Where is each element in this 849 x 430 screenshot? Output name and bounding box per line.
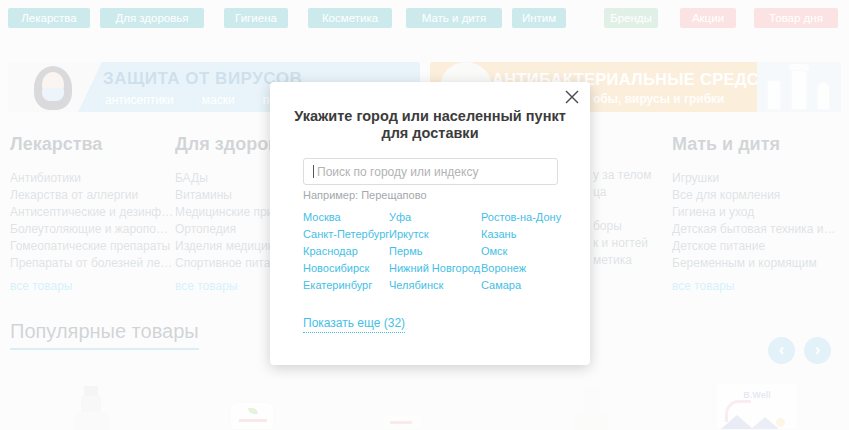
city-link[interactable]: Омск [481, 245, 581, 262]
close-button[interactable] [564, 89, 580, 105]
city-link[interactable]: Иркутск [389, 228, 481, 245]
city-column: Уфа Иркутск Пермь Нижний Новгород Челяби… [389, 211, 481, 296]
city-link[interactable]: Пермь [389, 245, 481, 262]
city-link[interactable]: Челябинск [389, 279, 481, 296]
city-link[interactable]: Уфа [389, 211, 481, 228]
city-column: Ростов-на-Дону Казань Омск Воронеж Самар… [481, 211, 581, 296]
city-link[interactable]: Ростов-на-Дону [481, 211, 581, 228]
city-link[interactable]: Москва [303, 211, 389, 228]
modal-title-line1: Укажите город или населенный пункт [270, 108, 590, 125]
city-search-wrap [303, 158, 558, 185]
pharmacy-homepage: Лекарства Для здоровья Гигиена Косметика… [0, 0, 849, 430]
city-link[interactable]: Казань [481, 228, 581, 245]
city-column: Москва Санкт-Петербург Краснодар Новосиб… [303, 211, 389, 296]
show-more-cities-link[interactable]: Показать еще (32) [303, 316, 405, 333]
modal-title-line2: для доставки [270, 125, 590, 142]
city-link[interactable]: Краснодар [303, 245, 389, 262]
city-link[interactable]: Новосибирск [303, 262, 389, 279]
close-icon [564, 89, 580, 105]
search-hint: Например: Перещапово [303, 189, 427, 201]
city-link[interactable]: Самара [481, 279, 581, 296]
city-list: Москва Санкт-Петербург Краснодар Новосиб… [303, 211, 581, 296]
text-caret [313, 165, 314, 178]
city-link[interactable]: Воронеж [481, 262, 581, 279]
city-select-modal: Укажите город или населенный пункт для д… [270, 82, 590, 365]
city-search-input[interactable] [303, 158, 558, 185]
city-link[interactable]: Санкт-Петербург [303, 228, 389, 245]
modal-title: Укажите город или населенный пункт для д… [270, 108, 590, 142]
city-link[interactable]: Екатеринбург [303, 279, 389, 296]
city-link[interactable]: Нижний Новгород [389, 262, 481, 279]
